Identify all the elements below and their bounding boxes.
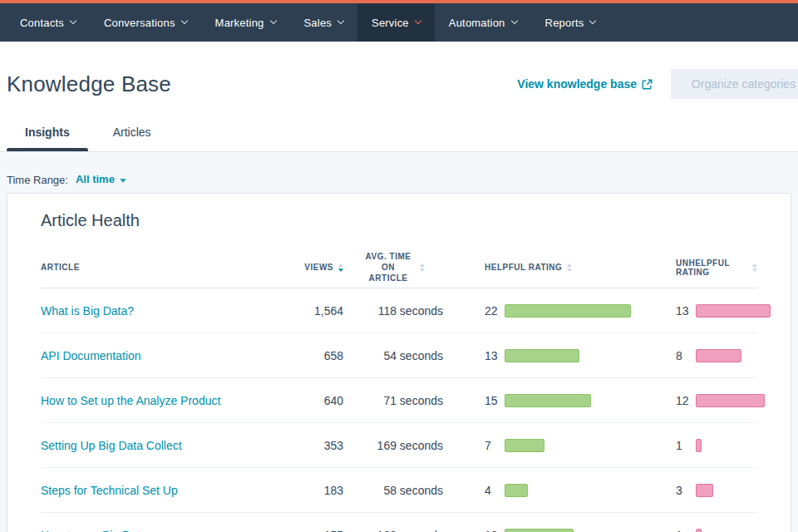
helpful-bar (505, 484, 528, 497)
article-health-card: Article Health ARTICLE VIEWS AVG. TIME O… (7, 193, 791, 532)
nav-item-label: Contacts (20, 17, 64, 29)
helpful-count: 4 (485, 484, 505, 497)
article-cell: What is Big Data? (41, 304, 290, 318)
view-knowledge-base-label: View knowledge base (517, 77, 637, 91)
chevron-down-icon (70, 17, 76, 24)
nav-item-contacts[interactable]: Contacts (6, 3, 90, 42)
dropdown-caret-icon (120, 179, 126, 183)
insights-panel: Time Range: All time Article Health ARTI… (0, 152, 798, 532)
filter-row: Time Range: All time (0, 152, 798, 193)
chevron-down-icon (510, 17, 517, 24)
table-row: Setting Up Big Data Collect 353 169 seco… (41, 423, 757, 468)
avg-time-value: 118 seconds (343, 304, 443, 318)
column-header-avg-time[interactable]: AVG. TIME ON ARTICLE (343, 251, 443, 283)
tab-articles[interactable]: Articles (95, 116, 170, 152)
article-health-table: ARTICLE VIEWS AVG. TIME ON ARTICLE HELPF… (41, 247, 757, 532)
article-link[interactable]: Steps for Technical Set Up (41, 484, 178, 497)
article-link[interactable]: How to Set up the Analyze Product (41, 394, 220, 407)
helpful-bar (505, 529, 574, 532)
table-row: What is Big Data? 1,564 118 seconds 22 1… (41, 288, 757, 333)
chevron-down-icon (337, 17, 344, 24)
page-title: Knowledge Base (7, 71, 171, 97)
article-cell: API Documentation (41, 349, 290, 362)
unhelpful-count: 13 (676, 304, 696, 318)
unhelpful-rating-cell: 13 (676, 304, 771, 318)
unhelpful-bar (696, 439, 702, 452)
column-header-article[interactable]: ARTICLE (41, 263, 290, 272)
views-value: 640 (290, 394, 343, 407)
time-range-dropdown[interactable]: All time (76, 173, 126, 185)
sort-icon[interactable] (420, 264, 425, 272)
nav-item-service[interactable]: Service (357, 3, 435, 42)
unhelpful-count: 1 (676, 439, 696, 452)
unhelpful-count: 3 (676, 484, 696, 497)
unhelpful-rating-cell: 1 (676, 529, 757, 532)
unhelpful-bar (696, 394, 765, 407)
nav-item-label: Conversations (104, 17, 175, 29)
helpful-count: 7 (485, 439, 505, 452)
helpful-count: 22 (485, 304, 505, 318)
nav-item-reports[interactable]: Reports (531, 3, 610, 42)
main-nav: ContactsConversationsMarketingSalesServi… (0, 3, 798, 42)
chevron-down-icon (589, 17, 596, 24)
nav-item-marketing[interactable]: Marketing (201, 3, 290, 42)
unhelpful-count: 12 (676, 394, 696, 407)
table-body: What is Big Data? 1,564 118 seconds 22 1… (41, 288, 757, 532)
column-header-unhelpful-rating[interactable]: UNHELPFUL RATING (676, 259, 757, 277)
nav-item-label: Marketing (215, 17, 264, 29)
nav-item-label: Reports (545, 17, 584, 29)
chevron-down-icon (269, 17, 276, 24)
table-row: Steps for Technical Set Up 183 58 second… (41, 468, 757, 513)
views-value: 353 (290, 439, 343, 452)
unhelpful-bar (696, 529, 702, 532)
views-value: 1,564 (290, 304, 343, 318)
tab-bar: InsightsArticles (7, 116, 170, 152)
organize-categories-button[interactable]: Organize categories (671, 69, 798, 99)
header-actions: View knowledge base Organize categories (517, 69, 798, 99)
unhelpful-bar (696, 484, 713, 497)
chevron-down-icon (180, 17, 187, 24)
article-link[interactable]: API Documentation (41, 349, 141, 362)
article-link[interactable]: Setting Up Big Data Collect (41, 439, 182, 452)
article-cell: How to Set up the Analyze Product (41, 394, 290, 407)
helpful-bar (505, 304, 631, 318)
nav-item-label: Automation (449, 17, 505, 29)
chevron-down-icon (415, 17, 421, 24)
avg-time-value: 58 seconds (343, 484, 443, 497)
view-knowledge-base-link[interactable]: View knowledge base (517, 77, 653, 91)
nav-item-sales[interactable]: Sales (290, 3, 358, 42)
avg-time-value: 54 seconds (343, 349, 443, 362)
article-link[interactable]: How to use Big Data (41, 529, 147, 532)
helpful-bar (505, 439, 544, 452)
unhelpful-rating-cell: 12 (676, 394, 765, 407)
column-header-helpful-rating[interactable]: HELPFUL RATING (443, 263, 676, 272)
table-header-row: ARTICLE VIEWS AVG. TIME ON ARTICLE HELPF… (41, 247, 757, 288)
page-header: Knowledge Base View knowledge base Organ… (0, 42, 798, 152)
unhelpful-count: 1 (676, 529, 696, 532)
column-header-views[interactable]: VIEWS (290, 263, 343, 272)
tab-insights[interactable]: Insights (7, 116, 88, 152)
avg-time-value: 71 seconds (343, 394, 443, 407)
helpful-count: 12 (485, 529, 505, 532)
nav-item-automation[interactable]: Automation (435, 3, 531, 42)
avg-time-value: 169 seconds (343, 439, 443, 452)
sort-icon[interactable] (752, 264, 757, 272)
sort-icon[interactable] (567, 264, 572, 272)
avg-time-value: 103 seconds (343, 529, 443, 532)
nav-item-conversations[interactable]: Conversations (90, 3, 201, 42)
unhelpful-rating-cell: 8 (676, 349, 757, 362)
table-row: How to Set up the Analyze Product 640 71… (41, 378, 757, 423)
article-health-title: Article Health (41, 211, 791, 230)
unhelpful-bar (696, 304, 771, 318)
time-range-label: Time Range: (7, 173, 68, 186)
unhelpful-bar (696, 349, 741, 362)
article-link[interactable]: What is Big Data? (41, 304, 134, 318)
nav-item-label: Sales (304, 17, 332, 29)
article-cell: Steps for Technical Set Up (41, 484, 290, 497)
helpful-count: 15 (485, 394, 505, 407)
article-cell: How to use Big Data (41, 529, 290, 532)
helpful-bar (505, 349, 579, 362)
external-link-icon (642, 79, 653, 90)
helpful-rating-cell: 12 (443, 529, 676, 532)
helpful-rating-cell: 13 (443, 349, 676, 362)
